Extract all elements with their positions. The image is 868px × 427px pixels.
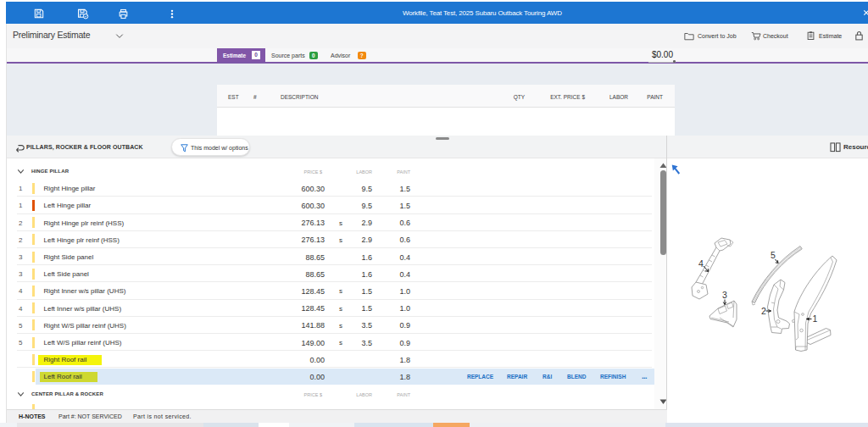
svg-text:4: 4: [698, 258, 704, 269]
svg-text:5: 5: [771, 250, 776, 260]
svg-text:1: 1: [813, 313, 818, 324]
svg-text:2: 2: [761, 306, 766, 316]
svg-text:3: 3: [722, 290, 727, 300]
